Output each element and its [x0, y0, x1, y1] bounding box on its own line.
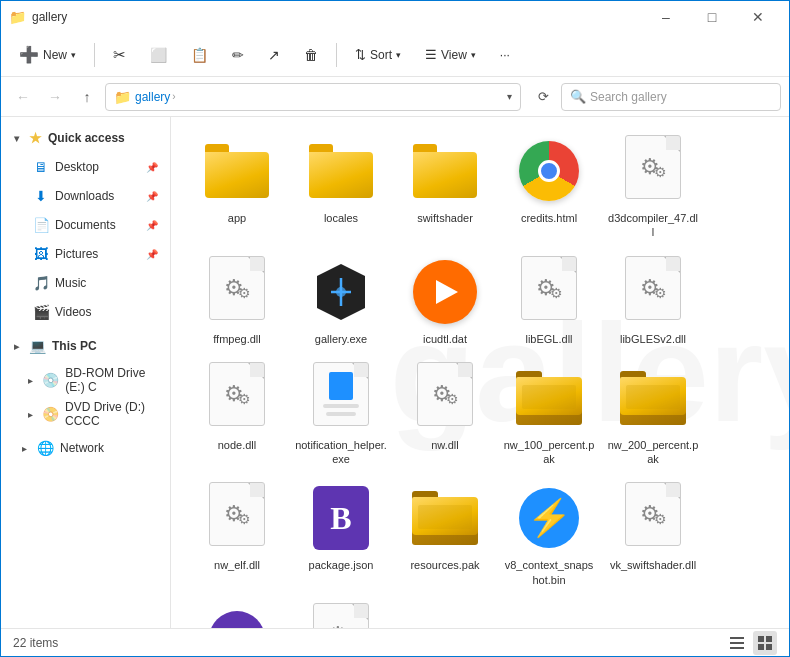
file-item-credits-html[interactable]: credits.html [499, 129, 599, 246]
files-grid: app locales [187, 129, 773, 628]
file-item-resources-pak[interactable]: resources.pak [395, 476, 495, 593]
search-box[interactable]: 🔍 Search gallery [561, 83, 781, 111]
minimize-button[interactable]: – [643, 1, 689, 33]
documents-icon: 📄 [33, 217, 49, 233]
file-item-swiftshader[interactable]: swiftshader [395, 129, 495, 246]
sidebar-item-documents[interactable]: 📄 Documents 📌 [5, 211, 166, 239]
file-icon-vk-swiftshader-dll: ⚙⚙ [617, 482, 689, 554]
window-title: gallery [32, 10, 67, 24]
list-view-button[interactable] [725, 631, 749, 655]
file-item-package-json[interactable]: B package.json [291, 476, 391, 593]
file-item-v8-bin[interactable]: ⚡ v8_context_snapshot.bin [499, 476, 599, 593]
file-icon-libGLESv2: ⚙⚙ [617, 256, 689, 328]
more-button[interactable]: ··· [490, 39, 520, 71]
file-item-nw-elf[interactable]: ⚙⚙ nw_elf.dll [187, 476, 287, 593]
file-item-nw-dll[interactable]: ⚙⚙ nw.dll [395, 356, 495, 473]
refresh-button[interactable]: ⟳ [529, 83, 557, 111]
videos-label: Videos [55, 305, 91, 319]
file-icon-nw-100 [513, 362, 585, 434]
file-icon-ffmpeg: ⚙⚙ [201, 256, 273, 328]
sidebar-item-dvd[interactable]: ▸ 📀 DVD Drive (D:) CCCC [5, 400, 166, 428]
view-chevron-icon: ▾ [471, 50, 476, 60]
address-crumb: gallery › [135, 90, 176, 104]
copy-button[interactable]: ⬜ [140, 39, 177, 71]
view-button[interactable]: ☰ View ▾ [415, 39, 486, 71]
sidebar-item-downloads[interactable]: ⬇ Downloads 📌 [5, 182, 166, 210]
file-icon-credits-html [513, 135, 585, 207]
file-item-notif-helper[interactable]: notification_helper.exe [291, 356, 391, 473]
file-label-gallery-exe: gallery.exe [315, 332, 367, 346]
address-dropdown-icon[interactable]: ▾ [507, 91, 512, 102]
up-button[interactable]: ↑ [73, 83, 101, 111]
file-label-app: app [228, 211, 246, 225]
file-item-vk-swiftshader-dll[interactable]: ⚙⚙ vk_swiftshader.dll [603, 476, 703, 593]
file-label-locales: locales [324, 211, 358, 225]
file-item-locales[interactable]: locales [291, 129, 391, 246]
vk-json-b-letter: B [228, 623, 247, 628]
file-label-nw-100: nw_100_percent.pak [503, 438, 595, 467]
rename-button[interactable]: ✏ [222, 39, 254, 71]
file-icon-swiftshader [409, 135, 481, 207]
sidebar-item-videos[interactable]: 🎬 Videos [5, 298, 166, 326]
pictures-icon: 🖼 [33, 246, 49, 262]
sidebar-quick-access-label: Quick access [48, 131, 125, 145]
sidebar-item-pictures[interactable]: 🖼 Pictures 📌 [5, 240, 166, 268]
file-label-libGLESv2: libGLESv2.dll [620, 332, 686, 346]
maximize-button[interactable]: □ [689, 1, 735, 33]
close-button[interactable]: ✕ [735, 1, 781, 33]
window-icon: 📁 [9, 9, 26, 25]
documents-label: Documents [55, 218, 116, 232]
network-expand-icon: ▸ [17, 441, 31, 455]
file-item-icudtl[interactable]: icudtl.dat [395, 250, 495, 352]
address-bar[interactable]: 📁 gallery › ▾ [105, 83, 521, 111]
file-item-node-dll[interactable]: ⚙⚙ node.dll [187, 356, 287, 473]
crumb-gallery[interactable]: gallery [135, 90, 170, 104]
forward-button[interactable]: → [41, 83, 69, 111]
sidebar-item-music[interactable]: 🎵 Music [5, 269, 166, 297]
copy-icon: ⬜ [150, 47, 167, 63]
sort-button[interactable]: ⇅ Sort ▾ [345, 39, 411, 71]
this-pc-section: ▸ 💻 This PC [1, 329, 170, 363]
file-item-gallery-exe[interactable]: gallery.exe [291, 250, 391, 352]
file-icon-v8-bin: ⚡ [513, 482, 585, 554]
title-bar-controls: – □ ✕ [643, 1, 781, 33]
music-icon: 🎵 [33, 275, 49, 291]
svg-rect-6 [730, 647, 744, 649]
paste-button[interactable]: 📋 [181, 39, 218, 71]
file-item-nw-200[interactable]: nw_200_percent.pak [603, 356, 703, 473]
grid-view-button[interactable] [753, 631, 777, 655]
file-item-libGLESv2[interactable]: ⚙⚙ libGLESv2.dll [603, 250, 703, 352]
file-icon-vulkan-dll: ⚙⚙ [305, 603, 377, 628]
svg-point-3 [336, 287, 346, 297]
file-icon-app [201, 135, 273, 207]
file-item-vk-json[interactable]: B vk_swiftshader_icd.json [187, 597, 287, 628]
rename-icon: ✏ [232, 47, 244, 63]
file-item-ffmpeg[interactable]: ⚙⚙ ffmpeg.dll [187, 250, 287, 352]
file-item-libEGL[interactable]: ⚙⚙ libEGL.dll [499, 250, 599, 352]
share-button[interactable]: ↗ [258, 39, 290, 71]
sidebar-this-pc-header[interactable]: ▸ 💻 This PC [5, 332, 166, 360]
this-pc-expand-icon: ▸ [9, 339, 23, 353]
sidebar-item-bd-rom[interactable]: ▸ 💿 BD-ROM Drive (E:) C [5, 366, 166, 394]
file-icon-libEGL: ⚙⚙ [513, 256, 585, 328]
file-label-nw-dll: nw.dll [431, 438, 459, 452]
downloads-icon: ⬇ [33, 188, 49, 204]
desktop-icon: 🖥 [33, 159, 49, 175]
file-icon-icudtl [409, 256, 481, 328]
file-item-vulkan-dll[interactable]: ⚙⚙ vulkan-1.dll [291, 597, 391, 628]
new-button[interactable]: ➕ New ▾ [9, 39, 86, 71]
sidebar-item-network[interactable]: ▸ 🌐 Network [5, 434, 166, 462]
file-label-icudtl: icudtl.dat [423, 332, 467, 346]
sidebar-item-desktop[interactable]: 🖥 Desktop 📌 [5, 153, 166, 181]
back-button[interactable]: ← [9, 83, 37, 111]
svg-rect-4 [730, 637, 744, 639]
file-item-d3dcompiler[interactable]: ⚙⚙ d3dcompiler_47.dll [603, 129, 703, 246]
file-item-nw-100[interactable]: nw_100_percent.pak [499, 356, 599, 473]
delete-button[interactable]: 🗑 [294, 39, 328, 71]
network-label: Network [60, 441, 104, 455]
sidebar-quick-access-header[interactable]: ▾ ★ Quick access [5, 124, 166, 152]
search-placeholder: Search gallery [590, 90, 667, 104]
file-icon-notif-helper [305, 362, 377, 434]
file-item-app[interactable]: app [187, 129, 287, 246]
cut-button[interactable]: ✂ [103, 39, 136, 71]
